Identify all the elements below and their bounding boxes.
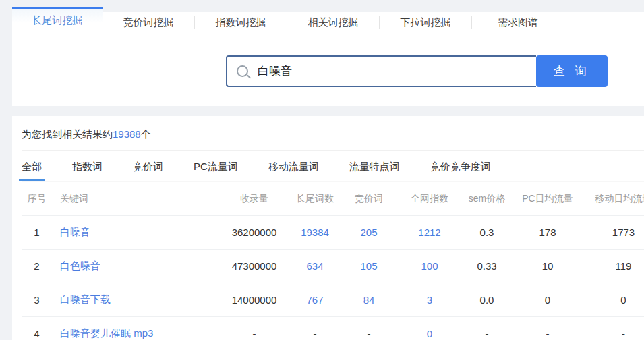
result-summary-suffix: 个 bbox=[141, 128, 151, 140]
header-longtail-count: 长尾词数 bbox=[288, 182, 342, 216]
tab-longtail-mining[interactable]: 长尾词挖掘 bbox=[12, 7, 103, 32]
result-summary: 为您找到相关结果约19388个 bbox=[22, 116, 644, 151]
cell-pc-traffic: 0 bbox=[510, 283, 585, 317]
query-button[interactable]: 查 询 bbox=[536, 55, 608, 87]
cell-pc-traffic: 10 bbox=[510, 250, 585, 283]
cell-sem: 0.3 bbox=[463, 216, 510, 250]
tab-related-word-mining[interactable]: 相关词挖掘 bbox=[287, 16, 379, 29]
cell-pc-traffic: 178 bbox=[510, 216, 585, 250]
table-row: 2 白色噪音 47300000 634 105 100 0.33 10 119 bbox=[22, 250, 644, 283]
cell-collect: 47300000 bbox=[221, 250, 288, 283]
header-pc-daily-traffic: PC日均流量 bbox=[510, 182, 585, 216]
tab-index-word-mining[interactable]: 指数词挖掘 bbox=[194, 16, 287, 29]
keyword-link[interactable]: 白色噪音 bbox=[52, 250, 221, 283]
tab-longtail-mining-label: 长尾词挖掘 bbox=[32, 14, 83, 27]
cell-index-link[interactable]: 100 bbox=[396, 250, 463, 283]
cell-mobile-traffic: 1773 bbox=[585, 216, 644, 250]
filter-tab-traffic-feature-words[interactable]: 流量特点词 bbox=[349, 151, 400, 181]
cell-mobile-traffic: - bbox=[585, 317, 644, 340]
search-input-box[interactable] bbox=[226, 55, 536, 87]
keyword-link[interactable]: 白噪音 bbox=[52, 216, 221, 250]
header-mobile-daily-traffic: 移动日均流量 bbox=[585, 182, 644, 216]
cell-longtail-link[interactable]: 767 bbox=[288, 283, 342, 317]
main-tab-bar-rest: 竞价词挖掘 指数词挖掘 相关词挖掘 下拉词挖掘 需求图谱 bbox=[103, 12, 644, 32]
main-tab-bar: 长尾词挖掘 竞价词挖掘 指数词挖掘 相关词挖掘 下拉词挖掘 需求图谱 bbox=[12, 7, 644, 32]
filter-tab-all[interactable]: 全部 bbox=[22, 151, 42, 181]
cell-bid: - bbox=[342, 317, 396, 340]
tab-dropdown-word-mining[interactable]: 下拉词挖掘 bbox=[379, 16, 471, 29]
search-section: 查 询 bbox=[12, 32, 644, 106]
cell-mobile-traffic: 119 bbox=[585, 250, 644, 283]
filter-tab-bar: 全部 指数词 竞价词 PC流量词 移动流量词 流量特点词 竞价竞争度词 bbox=[22, 151, 644, 182]
keyword-link[interactable]: 白噪音下载 bbox=[52, 283, 221, 317]
cell-bid-link[interactable]: 84 bbox=[342, 283, 396, 317]
cell-longtail-link[interactable]: 19384 bbox=[288, 216, 342, 250]
filter-tab-pc-traffic-words[interactable]: PC流量词 bbox=[194, 151, 238, 181]
cell-bid-link[interactable]: 105 bbox=[342, 250, 396, 283]
cell-bid-link[interactable]: 205 bbox=[342, 216, 396, 250]
cell-sem: 0.0 bbox=[463, 283, 510, 317]
keyword-table: 序号 关键词 收录量 长尾词数 竞价词 全网指数 sem价格 PC日均流量 移动… bbox=[22, 182, 644, 340]
cell-mobile-traffic: 0 bbox=[585, 283, 644, 317]
keyword-link[interactable]: 白噪音婴儿催眠 mp3 bbox=[52, 317, 221, 340]
header-seq: 序号 bbox=[22, 182, 52, 216]
results-card: 为您找到相关结果约19388个 全部 指数词 竞价词 PC流量词 移动流量词 流… bbox=[12, 116, 644, 340]
search-bar: 查 询 bbox=[226, 55, 644, 87]
table-row: 3 白噪音下载 14000000 767 84 3 0.0 0 0 bbox=[22, 283, 644, 317]
table-row: 1 白噪音 36200000 19384 205 1212 0.3 178 17… bbox=[22, 216, 644, 250]
cell-seq: 3 bbox=[22, 283, 52, 317]
search-icon bbox=[237, 65, 248, 77]
tab-bid-word-mining[interactable]: 竞价词挖掘 bbox=[103, 16, 194, 29]
cell-longtail-link[interactable]: 634 bbox=[288, 250, 342, 283]
cell-sem: - bbox=[463, 317, 510, 340]
tab-demand-graph[interactable]: 需求图谱 bbox=[471, 16, 564, 29]
top-card: 长尾词挖掘 竞价词挖掘 指数词挖掘 相关词挖掘 下拉词挖掘 需求图谱 查 询 bbox=[12, 7, 644, 106]
header-network-index: 全网指数 bbox=[396, 182, 463, 216]
table-header-row: 序号 关键词 收录量 长尾词数 竞价词 全网指数 sem价格 PC日均流量 移动… bbox=[22, 182, 644, 216]
header-collect-count: 收录量 bbox=[221, 182, 288, 216]
header-keyword: 关键词 bbox=[52, 182, 221, 216]
cell-pc-traffic: - bbox=[510, 317, 585, 340]
cell-sem: 0.33 bbox=[463, 250, 510, 283]
cell-seq: 4 bbox=[22, 317, 52, 340]
table-row: 4 白噪音婴儿催眠 mp3 - - - 0 - - - bbox=[22, 317, 644, 340]
cell-seq: 1 bbox=[22, 216, 52, 250]
result-summary-prefix: 为您找到相关结果约 bbox=[22, 128, 113, 140]
cell-collect: 36200000 bbox=[221, 216, 288, 250]
cell-collect: - bbox=[221, 317, 288, 340]
cell-longtail: - bbox=[288, 317, 342, 340]
cell-index-link[interactable]: 3 bbox=[396, 283, 463, 317]
header-sem-price: sem价格 bbox=[463, 182, 510, 216]
filter-tab-bid-competition-words[interactable]: 竞价竞争度词 bbox=[430, 151, 491, 181]
filter-tab-index-words[interactable]: 指数词 bbox=[72, 151, 103, 181]
cell-collect: 14000000 bbox=[221, 283, 288, 317]
cell-seq: 2 bbox=[22, 250, 52, 283]
filter-tab-bid-words[interactable]: 竞价词 bbox=[133, 151, 163, 181]
cell-index-link[interactable]: 0 bbox=[396, 317, 463, 340]
cell-index-link[interactable]: 1212 bbox=[396, 216, 463, 250]
result-count: 19388 bbox=[113, 128, 141, 140]
header-bid-words: 竞价词 bbox=[342, 182, 396, 216]
search-input[interactable] bbox=[256, 64, 527, 79]
filter-tab-mobile-traffic-words[interactable]: 移动流量词 bbox=[268, 151, 319, 181]
